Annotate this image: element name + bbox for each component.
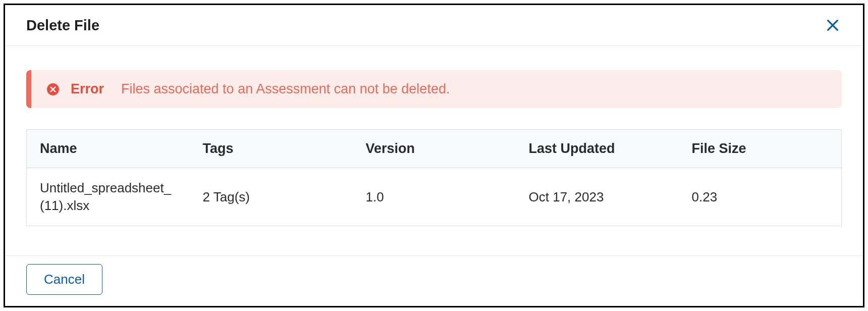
file-table: Name Tags Version Last Updated File Size… [26,129,842,226]
cell-file-size: 0.23 [679,168,842,226]
col-header-version: Version [353,130,516,168]
close-button[interactable] [824,16,842,34]
close-icon [825,17,841,33]
modal-header: Delete File [5,5,863,46]
col-header-last-updated: Last Updated [516,130,679,168]
modal-title: Delete File [26,17,99,34]
file-name: Untitled_spreadsheet_(11).xlsx [40,179,177,215]
alert-message: Files associated to an Assessment can no… [121,81,450,97]
table-row: Untitled_spreadsheet_(11).xlsx 2 Tag(s) … [27,168,842,226]
col-header-file-size: File Size [679,130,842,168]
col-header-tags: Tags [190,130,353,168]
error-alert: Error Files associated to an Assessment … [26,70,842,108]
modal-footer: Cancel [5,255,863,306]
col-header-name: Name [27,130,190,168]
alert-title: Error [71,81,104,97]
cell-name: Untitled_spreadsheet_(11).xlsx [27,168,190,226]
modal-body: Error Files associated to an Assessment … [5,46,863,255]
cancel-button[interactable]: Cancel [26,264,102,295]
cell-last-updated: Oct 17, 2023 [516,168,679,226]
delete-file-modal: Delete File Error Files associated to an… [4,4,864,307]
table-header-row: Name Tags Version Last Updated File Size [27,130,842,168]
cell-version: 1.0 [353,168,516,226]
cell-tags: 2 Tag(s) [190,168,353,226]
error-icon [46,83,60,96]
